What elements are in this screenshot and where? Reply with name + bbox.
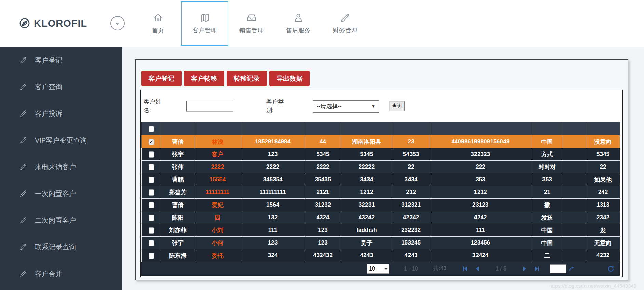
user-icon [293, 12, 304, 23]
table-row[interactable]: 曹倩 林浅 18529184984 44 湖南洛阳县 23 4409861998… [142, 135, 620, 148]
row-checkbox[interactable] [149, 227, 154, 234]
cell-phone: 345354 [241, 173, 305, 186]
pencil-icon [19, 216, 27, 224]
sidebar-item[interactable]: 一次闲置客户 [0, 180, 122, 207]
nav-item-home[interactable]: 首页 [134, 0, 181, 47]
go-to-page-icon[interactable] [568, 265, 575, 272]
cell-nationality: 方式 [531, 148, 563, 161]
table-row[interactable]: 郑碧芳 11111111 111111111 2121 1212 212 121… [142, 186, 620, 199]
transfer-records-button[interactable]: 转移记录 [227, 71, 267, 86]
content-area: 客户登记 客户转移 转移记录 导出数据 客户姓名: 客户类别: --请选择-- … [122, 47, 644, 290]
customer-category-label: 客户类别: [266, 98, 288, 115]
table-header-row [142, 122, 620, 135]
nav-label: 财务管理 [333, 26, 358, 35]
customer-name-input[interactable] [186, 101, 233, 112]
customer-name-link[interactable]: 小刘 [194, 224, 241, 237]
customer-name-link[interactable]: 15554 [194, 173, 241, 186]
table-row[interactable]: 陈阳 四 132 4324 43242 42342 4242 发送 2342 [142, 211, 620, 224]
back-button[interactable] [110, 16, 125, 30]
export-data-button[interactable]: 导出数据 [269, 71, 310, 86]
sidebar-item[interactable]: VIP客户变更查询 [0, 127, 122, 154]
customer-name-link[interactable]: 四 [194, 211, 241, 224]
checkbox-cell [142, 237, 161, 249]
last-page-icon[interactable] [534, 265, 540, 272]
cell-id-number: 4242 [430, 211, 531, 224]
sidebar-item[interactable]: 联系记录查询 [0, 234, 122, 260]
row-checkbox[interactable] [149, 215, 154, 221]
table-row[interactable]: 陈东海 委托 324 432432 4243 4243 32424 二 4232 [142, 249, 620, 262]
first-page-icon[interactable] [461, 265, 468, 272]
cell-nationality: 撒 [531, 199, 563, 211]
row-checkbox[interactable] [149, 240, 154, 246]
page-indicator: 1 / 5 [496, 266, 506, 272]
cell-level [563, 173, 586, 186]
customer-name-link[interactable]: 委托 [194, 249, 241, 262]
column-header [531, 122, 563, 135]
transfer-customer-button[interactable]: 客户转移 [184, 71, 224, 86]
row-checkbox[interactable] [149, 164, 154, 170]
inbox-icon [246, 12, 257, 23]
filter-bar: 客户姓名: 客户类别: --请选择-- ▼ 查询 [141, 90, 622, 122]
customer-name-link[interactable]: 11111111 [194, 186, 241, 199]
cell-address: 5345 [341, 148, 392, 161]
row-checkbox[interactable] [149, 202, 154, 208]
cell-zipcode: 22 [392, 161, 430, 173]
cell-zipcode: 312321 [392, 199, 430, 211]
checkbox-cell [142, 148, 161, 161]
nav-item-after-sales[interactable]: 售后服务 [275, 0, 322, 47]
select-all-cell [142, 122, 161, 135]
sidebar-item-label: 客户投诉 [35, 109, 62, 118]
brand-name: KLOROFIL [34, 18, 87, 29]
customer-name-link[interactable]: 2222 [194, 161, 241, 173]
cell-zipcode: 153245 [392, 237, 430, 249]
cell-address: faddish [341, 224, 392, 237]
nav-item-customer-management[interactable]: 客户管理 [181, 1, 228, 46]
search-button[interactable]: 查询 [389, 101, 405, 111]
prev-page-icon[interactable] [474, 265, 481, 272]
cell-id-number: 123456 [430, 237, 531, 249]
refresh-icon[interactable] [607, 265, 615, 273]
customer-name-link[interactable]: 爱妃 [194, 199, 241, 211]
nav-item-sales-management[interactable]: 销售管理 [228, 0, 275, 47]
customer-name-link[interactable]: 小何 [194, 237, 241, 249]
cell-phone: 2222 [241, 161, 305, 173]
table-row[interactable]: 曹鹏 15554 345354 35435 3434 3434 353 353 … [142, 173, 620, 186]
sidebar-item-label: 联系记录查询 [35, 242, 76, 252]
sidebar-item[interactable]: 来电来访客户 [0, 154, 122, 180]
column-header [161, 122, 194, 135]
row-checkbox[interactable] [149, 139, 154, 145]
cell-intent: 1313 [586, 199, 620, 211]
row-checkbox[interactable] [149, 189, 154, 196]
customer-category-select[interactable]: --请选择-- ▼ [313, 100, 379, 113]
checkbox-cell [142, 211, 161, 224]
cell-seller: 张宇 [161, 237, 194, 249]
nav-item-finance-management[interactable]: 财务管理 [322, 0, 368, 47]
goto-page-input[interactable] [550, 264, 566, 273]
table-row[interactable]: 张宇 小何 123 123 贵子 153245 123456 中国 无意向 [142, 237, 620, 249]
sidebar-item[interactable]: 客户合并 [0, 260, 122, 287]
page-size-select[interactable]: 10 [367, 264, 389, 274]
select-all-checkbox[interactable] [149, 126, 154, 132]
customer-name-link[interactable]: 客户 [194, 148, 241, 161]
sidebar-item[interactable]: 客户登记 [0, 47, 122, 74]
cell-address: 贵子 [341, 237, 392, 249]
register-customer-button[interactable]: 客户登记 [141, 71, 182, 86]
table-row[interactable]: 曹倩 爱妃 1564 31232 32231 312321 23123 撒 13… [142, 199, 620, 211]
row-checkbox[interactable] [149, 177, 154, 183]
cell-fax: 432432 [305, 249, 341, 262]
sidebar-item[interactable]: 二次闲置客户 [0, 207, 122, 234]
pencil-icon [19, 163, 27, 171]
cell-address: 43242 [341, 211, 392, 224]
table-row[interactable]: 张伟 2222 2222 2222 22222 22 222 对对对 22 [142, 161, 620, 173]
cell-seller: 陈阳 [161, 211, 194, 224]
cell-id-number: 353 [430, 173, 531, 186]
table-row[interactable]: 张宇 客户 123 5345 5345 54353 322323 方式 5345 [142, 148, 620, 161]
sidebar-item[interactable]: 客户查询 [0, 74, 122, 100]
row-checkbox[interactable] [149, 253, 154, 259]
table-row[interactable]: 刘亦菲 小刘 111 123 faddish 232232 111 中国 发 [142, 224, 620, 237]
next-page-icon[interactable] [521, 265, 528, 272]
sidebar-item[interactable]: 客户投诉 [0, 100, 122, 127]
row-checkbox[interactable] [149, 151, 154, 158]
cell-fax: 2222 [305, 161, 341, 173]
customer-name-link[interactable]: 林浅 [194, 135, 241, 148]
